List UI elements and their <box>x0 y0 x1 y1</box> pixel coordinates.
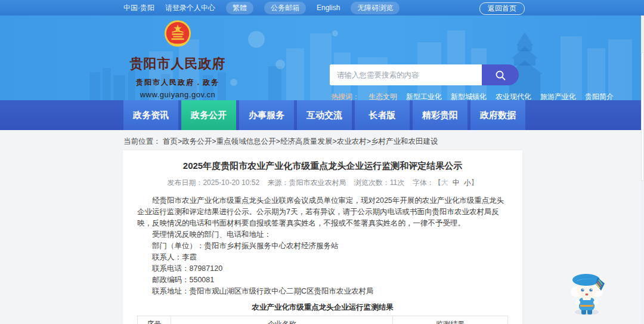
hot-search-term[interactable]: 旅游产业化 <box>540 92 576 100</box>
views-label: 浏览次数： <box>354 178 390 187</box>
top-utility-bar: 中国·贵阳 请登录个人中心 繁體 公务邮箱 English 无障碍浏览 返回首页 <box>0 0 644 16</box>
site-logo[interactable]: 贵阳市人民政府 贵阳市人民政府．政务 www.guiyang.gov.cn <box>127 20 228 99</box>
nav-tab[interactable]: 政府数据 <box>470 100 525 130</box>
mascot[interactable] <box>564 271 609 322</box>
topbar-link-accessibility[interactable]: 无障碍浏览 <box>351 2 400 14</box>
topbar-link-official-mail[interactable]: 公务邮箱 <box>264 2 306 14</box>
hot-search-terms: 生态文明新型工业化新型城镇化农业现代化旅游产业化贵阳简介 <box>369 92 614 100</box>
font-size-label: 字体：【 <box>413 178 441 187</box>
article-card: 2025年度贵阳市农业产业化市级重点龙头企业运行监测和评定结果公示 发布日期：2… <box>123 150 522 324</box>
article-paragraph: 受理情况反映的部门、电话和地址： <box>137 229 508 240</box>
hot-search-label: 热搜词： <box>331 92 360 100</box>
table-header-cell: 监测结果 <box>393 316 508 324</box>
topbar-link-login-personal-center[interactable]: 请登录个人中心 <box>165 3 215 13</box>
page: 中国·贵阳 请登录个人中心 繁體 公务邮箱 English 无障碍浏览 返回首页 <box>0 0 644 324</box>
font-size-links: 大中小 <box>441 178 471 187</box>
hot-search-term[interactable]: 农业现代化 <box>496 92 531 100</box>
return-home-button[interactable]: 返回首页 <box>479 2 525 15</box>
nav-tab[interactable]: 政务公开 <box>181 100 236 130</box>
nav-tab[interactable]: 互动交流 <box>297 100 352 130</box>
site-url: www.guiyang.gov.cn <box>127 90 228 99</box>
result-table: 序号企业名称监测结果 1贵州合力超市采购有限公司合格2贵州友禾种业有限公司合格3… <box>137 316 508 324</box>
nav-tab[interactable]: 办事服务 <box>239 100 294 130</box>
source-value: 贵阳市农业农村局 <box>289 178 346 187</box>
hot-search-term[interactable]: 生态文明 <box>369 92 397 100</box>
site-name: 贵阳市人民政府 <box>127 55 228 73</box>
article-paragraph: 联系电话：87987120 <box>137 263 508 274</box>
city-skyline-graphic <box>0 16 644 100</box>
nav-tab[interactable]: 长者版 <box>355 100 410 130</box>
table-header-cell: 序号 <box>138 316 171 324</box>
breadcrumb: 当前位置： 首页>政务公开>重点领域信息公开>经济高质量发展>农业农村>乡村产业… <box>123 137 438 147</box>
article-paragraph: 联系人：李霞 <box>137 252 508 263</box>
source-label: 来源： <box>267 178 289 187</box>
article-paragraph: 部门（单位）：贵阳市乡村振兴服务中心农村经济服务站 <box>137 240 508 252</box>
font-size-link[interactable]: 大 <box>441 178 448 187</box>
font-size-link[interactable]: 小 <box>464 178 471 187</box>
hot-search-term[interactable]: 贵阳简介 <box>585 92 614 100</box>
font-size-label-close: 】 <box>471 178 478 187</box>
article-paragraph: 经贵阳市农业产业化市级重点龙头企业联席会议成员单位审定，现对2025年开展的农业… <box>137 195 508 229</box>
table-header-row: 序号企业名称监测结果 <box>138 316 508 324</box>
publish-date-label: 发布日期： <box>167 178 203 187</box>
site-tagline: 贵阳市人民政府．政务 <box>127 78 228 88</box>
search-bar <box>330 64 519 85</box>
article-title: 2025年度贵阳市农业产业化市级重点龙头企业运行监测和评定结果公示 <box>137 161 508 172</box>
article-meta: 发布日期：2025-10-20 10:52 来源：贵阳市农业农村局 浏览次数：1… <box>137 178 508 188</box>
topbar-link-china-guiyang[interactable]: 中国·贵阳 <box>123 3 154 13</box>
nav-tab[interactable]: 精彩贵阳 <box>413 100 467 130</box>
article-paragraph: 邮政编码：550081 <box>137 274 508 286</box>
hot-search-row: 热搜词： 生态文明新型工业化新型城镇化农业现代化旅游产业化贵阳简介 <box>331 92 614 100</box>
national-emblem-icon <box>164 20 191 49</box>
search-button[interactable] <box>482 64 519 85</box>
search-input[interactable] <box>330 64 482 85</box>
table-header-cell: 企业名称 <box>171 316 393 324</box>
scrollbar-thumb[interactable] <box>641 53 644 181</box>
article-body: 经贵阳市农业产业化市级重点龙头企业联席会议成员单位审定，现对2025年开展的农业… <box>137 195 508 297</box>
hot-search-term[interactable]: 新型工业化 <box>406 92 442 100</box>
hot-search-term[interactable]: 新型城镇化 <box>451 92 487 100</box>
breadcrumb-label: 当前位置： <box>123 137 161 146</box>
topbar-link-english[interactable]: English <box>317 4 340 12</box>
views-value: 11次 <box>390 178 404 187</box>
nav-tab[interactable]: 政务资讯 <box>123 100 178 130</box>
main-nav: 政务资讯政务公开办事服务互动交流长者版精彩贵阳政府数据 <box>0 100 644 130</box>
breadcrumb-path[interactable]: 首页>政务公开>重点领域信息公开>经济高质量发展>农业农村>乡村产业和农田建设 <box>163 137 438 146</box>
site-banner: 贵阳市人民政府 贵阳市人民政府．政务 www.guiyang.gov.cn 热搜… <box>0 16 644 100</box>
font-size-link[interactable]: 中 <box>453 178 460 187</box>
publish-date: 2025-10-20 10:52 <box>203 178 259 187</box>
topbar-link-traditional-chinese[interactable]: 繁體 <box>226 2 253 14</box>
search-icon <box>494 69 506 81</box>
result-table-caption: 农业产业化市级重点龙头企业运行监测结果 <box>137 303 508 313</box>
article-paragraph: 联系地址：贵阳市观山湖区市级行政中心二期C区贵阳市农业农村局 <box>137 286 508 297</box>
